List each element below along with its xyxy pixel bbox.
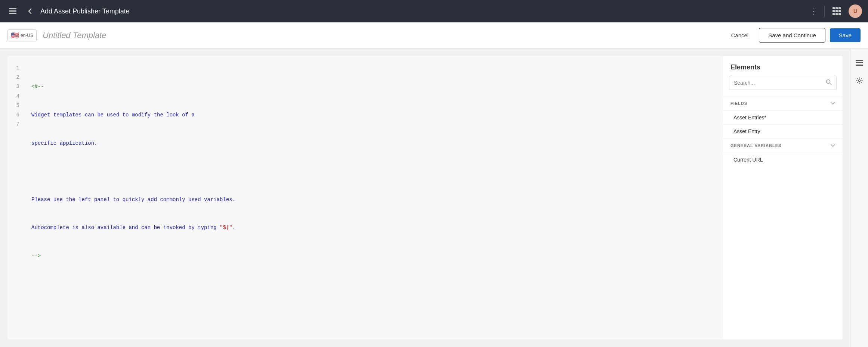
general-variables-label: GENERAL VARIABLES xyxy=(730,143,781,148)
code-line-1: <#-- xyxy=(31,82,717,91)
line-number-3: 3 xyxy=(13,82,19,91)
code-editor[interactable]: 1 2 3 4 5 6 7 <#-- Widget templates can … xyxy=(7,56,723,340)
search-box[interactable] xyxy=(729,76,837,90)
icon-strip xyxy=(850,49,868,347)
search-icon xyxy=(821,76,836,90)
svg-rect-1 xyxy=(9,10,16,12)
grid-icon xyxy=(833,7,841,15)
code-comment-inline: Autocomplete is also available and can b… xyxy=(31,225,220,231)
code-line-5: Please use the left panel to quickly add… xyxy=(31,195,717,204)
list-icon[interactable] xyxy=(853,56,866,69)
general-variables-section-header[interactable]: GENERAL VARIABLES xyxy=(723,138,843,153)
fields-section-header[interactable]: FIELDS xyxy=(723,96,843,110)
line-number-4: 4 xyxy=(13,92,19,101)
save-button[interactable]: Save xyxy=(830,28,861,42)
code-line-7: --> xyxy=(31,251,717,261)
page-title: Add Asset Publisher Template xyxy=(40,7,806,15)
line-number-7: 7 xyxy=(13,120,19,129)
svg-rect-7 xyxy=(856,65,863,66)
code-line-4 xyxy=(31,167,717,176)
header-actions: Cancel Save and Continue Save xyxy=(725,28,861,43)
code-string-inline: "${" xyxy=(220,225,232,231)
elements-panel: Elements FIELDS Asset Entries* Asset Ent… xyxy=(723,56,843,340)
settings-icon[interactable] xyxy=(853,74,866,87)
line-numbers: 1 2 3 4 5 6 7 xyxy=(7,63,25,279)
line-number-2: 2 xyxy=(13,73,19,82)
topbar-divider xyxy=(824,6,825,17)
elements-title: Elements xyxy=(723,56,843,76)
avatar[interactable]: U xyxy=(849,4,862,18)
apps-grid-button[interactable] xyxy=(831,5,843,17)
cancel-button[interactable]: Cancel xyxy=(725,29,754,41)
topbar-right-actions: ⋮ U xyxy=(810,4,862,18)
topbar: Add Asset Publisher Template ⋮ U xyxy=(0,0,868,22)
template-name-input[interactable] xyxy=(43,31,719,40)
code-content: <#-- Widget templates can be used to mod… xyxy=(25,63,723,279)
fields-section-label: FIELDS xyxy=(730,101,747,106)
save-and-continue-button[interactable]: Save and Continue xyxy=(759,28,825,43)
code-line-3: specific application. xyxy=(31,139,717,148)
code-comment-end: . xyxy=(232,225,235,231)
svg-rect-5 xyxy=(856,60,863,61)
line-number-6: 6 xyxy=(13,110,19,120)
svg-rect-2 xyxy=(9,13,16,14)
svg-point-8 xyxy=(858,80,860,82)
editor-lines: 1 2 3 4 5 6 7 <#-- Widget templates can … xyxy=(7,63,723,279)
code-line-6: Autocomplete is also available and can b… xyxy=(31,223,717,232)
svg-rect-0 xyxy=(9,8,16,9)
general-variables-chevron-icon xyxy=(831,143,835,148)
field-current-url[interactable]: Current URL xyxy=(723,153,843,166)
main-content: 1 2 3 4 5 6 7 <#-- Widget templates can … xyxy=(0,49,868,347)
svg-line-4 xyxy=(830,83,831,85)
locale-label: en-US xyxy=(21,33,33,38)
line-number-5: 5 xyxy=(13,101,19,110)
field-asset-entry[interactable]: Asset Entry xyxy=(723,124,843,138)
code-line-2: Widget templates can be used to modify t… xyxy=(31,110,717,120)
fields-chevron-icon xyxy=(831,101,835,106)
header-bar: 🇺🇸 en-US Cancel Save and Continue Save xyxy=(0,22,868,49)
locale-flag-icon: 🇺🇸 xyxy=(11,31,19,40)
more-options-button[interactable]: ⋮ xyxy=(810,7,818,16)
search-input[interactable] xyxy=(729,77,821,89)
locale-selector[interactable]: 🇺🇸 en-US xyxy=(7,29,37,41)
sidebar-toggle-button[interactable] xyxy=(6,4,19,18)
field-asset-entries[interactable]: Asset Entries* xyxy=(723,110,843,124)
line-number-1: 1 xyxy=(13,63,19,73)
svg-rect-6 xyxy=(856,62,863,63)
back-button[interactable] xyxy=(24,5,36,17)
